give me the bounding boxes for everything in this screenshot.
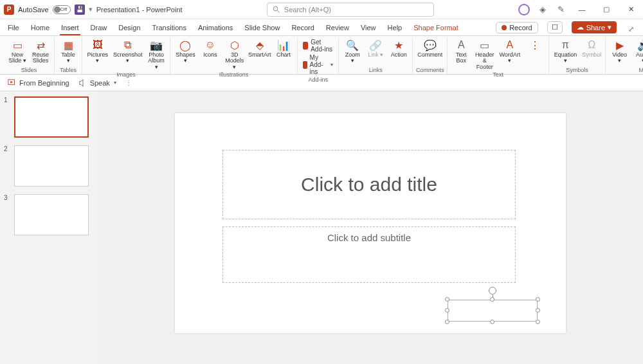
ribbon-group-symbols: πEquation ▾ΩSymbolSymbols	[549, 37, 606, 74]
close-button[interactable]: ✕	[622, 3, 639, 16]
equation-button[interactable]: πEquation ▾	[552, 37, 580, 66]
resize-handle[interactable]	[445, 320, 449, 324]
tab-design[interactable]: Design	[117, 21, 141, 35]
group-label: Comments	[416, 67, 444, 74]
tab-slideshow[interactable]: Slide Show	[243, 21, 281, 35]
wordart-button[interactable]: AWordArt ▾	[497, 37, 523, 66]
thumbnail-preview[interactable]	[14, 145, 89, 187]
comment-icon: 💬	[424, 39, 437, 51]
minimize-button[interactable]: —	[574, 3, 590, 16]
selected-text-box[interactable]	[448, 300, 538, 322]
slide-number: 3	[4, 194, 10, 235]
text-box-button[interactable]: AText Box	[450, 37, 472, 66]
group-label: Images	[116, 71, 136, 78]
link-icon: 🔗	[369, 39, 382, 51]
share-button[interactable]: ☁ Share ▾	[572, 21, 617, 33]
slide[interactable]: Click to add title Click to add subtitle	[175, 113, 566, 333]
ribbon-group-add-ins: Get Add-insMy Add-ins▾Add-ins	[298, 37, 339, 74]
pen-icon[interactable]: ✎	[556, 5, 566, 15]
maximize-button[interactable]: ▢	[598, 3, 615, 16]
ribbon-group-illustrations: ◯Shapes ▾☺Icons⬡3D Models ▾⬘SmartArt📊Cha…	[170, 37, 298, 74]
search-input[interactable]: Search (Alt+Q)	[267, 3, 434, 17]
pictures-button[interactable]: 🖼Pictures ▾	[85, 37, 111, 66]
tab-home[interactable]: Home	[30, 21, 51, 35]
3d-models-icon: ⬡	[228, 39, 241, 51]
action-button[interactable]: ★Action	[388, 37, 410, 59]
svg-line-1	[277, 10, 279, 12]
3d-models-button[interactable]: ⬡3D Models ▾	[222, 37, 247, 71]
resize-handle[interactable]	[490, 320, 494, 324]
resize-handle[interactable]	[445, 308, 449, 313]
ribbon-group-tables: ▦Table ▾Tables	[55, 37, 82, 74]
thumbnail-preview[interactable]	[14, 194, 89, 235]
comments-toggle[interactable]: ☐	[547, 21, 563, 33]
tab-file[interactable]: File	[6, 21, 21, 35]
my-addins-button[interactable]: My Add-ins▾	[303, 54, 333, 75]
slide-thumbnail[interactable]: 1	[4, 96, 94, 138]
symbol-icon: Ω	[585, 39, 598, 51]
record-dot-icon	[502, 25, 507, 30]
thumbnail-preview[interactable]	[14, 96, 89, 138]
save-icon[interactable]: 💾	[75, 5, 85, 15]
vertical-scrollbar[interactable]	[634, 91, 643, 364]
diamond-icon[interactable]: ◈	[538, 5, 548, 15]
new-slide-icon: ▭	[11, 39, 24, 51]
zoom-icon: 🔍	[346, 39, 359, 51]
symbol-button[interactable]: ΩSymbol	[581, 37, 602, 59]
slide-canvas-area[interactable]: Click to add title Click to add subtitle	[98, 91, 643, 364]
tab-view[interactable]: View	[359, 21, 377, 35]
resize-handle[interactable]	[536, 320, 540, 324]
svg-point-0	[273, 6, 278, 11]
smartart-button[interactable]: ⬘SmartArt	[248, 37, 271, 59]
record-button[interactable]: Record	[496, 22, 538, 33]
ribbon-display-options[interactable]: ⤢	[626, 25, 637, 33]
get-addins-button[interactable]: Get Add-ins	[303, 39, 333, 53]
table-button[interactable]: ▦Table ▾	[57, 37, 79, 66]
title-placeholder[interactable]: Click to add title	[222, 150, 516, 219]
avatar[interactable]	[518, 4, 530, 15]
text-extras-button[interactable]: ⋮	[524, 37, 546, 53]
resize-handle[interactable]	[490, 297, 494, 302]
icons-button[interactable]: ☺Icons	[199, 37, 221, 59]
autosave-toggle[interactable]: Off	[53, 5, 71, 14]
tab-transitions[interactable]: Transitions	[151, 21, 188, 35]
subtitle-placeholder[interactable]: Click to add subtitle	[222, 226, 516, 283]
tab-review[interactable]: Review	[325, 21, 350, 35]
from-beginning-button[interactable]: From Beginning	[8, 78, 69, 87]
header-footer-button[interactable]: ▭Header & Footer	[473, 37, 496, 71]
audio-button[interactable]: 🔊Audio ▾	[632, 37, 643, 66]
speak-button[interactable]: Speak ▾	[78, 78, 116, 87]
resize-handle[interactable]	[445, 297, 449, 302]
group-label: Tables	[60, 67, 77, 74]
ribbon-group-text: AText Box▭Header & FooterAWordArt ▾⋮Text	[448, 37, 548, 74]
slide-thumbnail[interactable]: 3	[4, 194, 94, 235]
shapes-button[interactable]: ◯Shapes ▾	[173, 37, 198, 66]
shapes-icon: ◯	[179, 39, 192, 51]
tab-record[interactable]: Record	[290, 21, 315, 35]
link-button[interactable]: 🔗Link ▾	[365, 37, 386, 59]
header-footer-icon: ▭	[478, 39, 491, 51]
tab-draw[interactable]: Draw	[89, 21, 109, 35]
rotation-handle-icon[interactable]	[489, 287, 496, 295]
screenshot-icon: ⧉	[122, 39, 134, 51]
equation-icon: π	[559, 39, 572, 51]
action-icon: ★	[392, 39, 405, 51]
tab-shape-format[interactable]: Shape Format	[412, 21, 460, 35]
new-slide-button[interactable]: ▭New Slide ▾	[6, 37, 28, 66]
comment-button[interactable]: 💬Comment	[415, 37, 444, 59]
zoom-button[interactable]: 🔍Zoom ▾	[341, 37, 363, 66]
my-addins-icon	[303, 61, 307, 69]
slide-thumbnails-panel[interactable]: 123	[0, 91, 98, 364]
resize-handle[interactable]	[536, 297, 540, 302]
chart-button[interactable]: 📊Chart	[273, 37, 294, 59]
tab-insert[interactable]: Insert	[60, 21, 80, 35]
reuse-slides-button[interactable]: ⇄Reuse Slides	[30, 37, 51, 66]
slide-thumbnail[interactable]: 2	[4, 145, 94, 187]
group-label: Slides	[21, 67, 37, 74]
resize-handle[interactable]	[536, 308, 540, 313]
photo-album-button[interactable]: 📷Photo Album ▾	[145, 37, 167, 71]
tab-help[interactable]: Help	[386, 21, 404, 35]
video-button[interactable]: ▶Video ▾	[608, 37, 631, 66]
tab-animations[interactable]: Animations	[197, 21, 234, 35]
screenshot-button[interactable]: ⧉Screenshot ▾	[112, 37, 144, 66]
